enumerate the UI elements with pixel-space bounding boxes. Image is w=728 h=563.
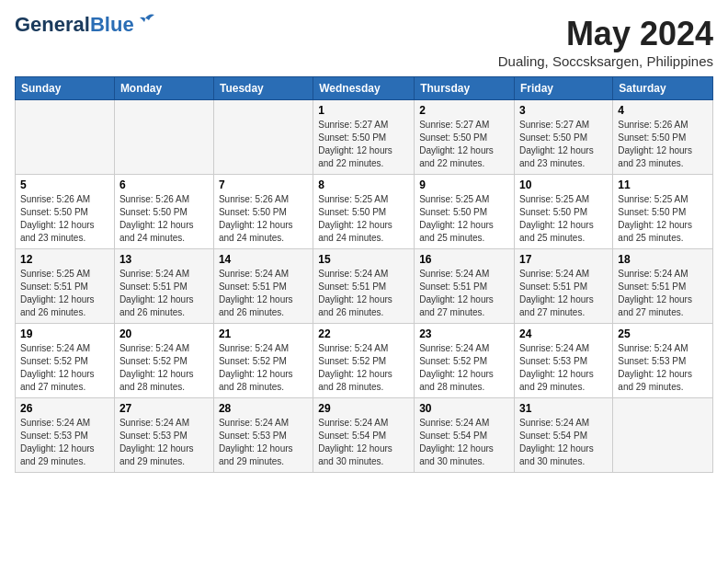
day-info: Sunrise: 5:24 AM Sunset: 5:51 PM Dayligh… (618, 268, 708, 319)
calendar-cell: 18Sunrise: 5:24 AM Sunset: 5:51 PM Dayli… (613, 249, 713, 324)
calendar-cell: 25Sunrise: 5:24 AM Sunset: 5:53 PM Dayli… (613, 324, 713, 398)
calendar-cell: 8Sunrise: 5:25 AM Sunset: 5:50 PM Daylig… (313, 175, 415, 249)
calendar-cell (16, 100, 115, 175)
day-number: 19 (20, 327, 109, 340)
day-number: 6 (119, 178, 209, 191)
bird-icon (136, 13, 156, 29)
calendar-cell: 11Sunrise: 5:25 AM Sunset: 5:50 PM Dayli… (613, 175, 713, 249)
day-number: 13 (119, 253, 209, 266)
calendar-cell: 22Sunrise: 5:24 AM Sunset: 5:52 PM Dayli… (313, 324, 415, 398)
logo: GeneralBlue (15, 15, 156, 35)
calendar-cell: 27Sunrise: 5:24 AM Sunset: 5:53 PM Dayli… (114, 398, 213, 473)
day-info: Sunrise: 5:24 AM Sunset: 5:52 PM Dayligh… (318, 342, 409, 394)
day-header-friday: Friday (515, 77, 613, 100)
calendar-week-row: 12Sunrise: 5:25 AM Sunset: 5:51 PM Dayli… (16, 249, 713, 324)
day-info: Sunrise: 5:24 AM Sunset: 5:51 PM Dayligh… (318, 268, 409, 319)
calendar-cell: 31Sunrise: 5:24 AM Sunset: 5:54 PM Dayli… (515, 398, 613, 473)
day-info: Sunrise: 5:25 AM Sunset: 5:50 PM Dayligh… (419, 193, 509, 245)
calendar-cell: 9Sunrise: 5:25 AM Sunset: 5:50 PM Daylig… (415, 175, 515, 249)
calendar-cell: 19Sunrise: 5:24 AM Sunset: 5:52 PM Dayli… (16, 324, 115, 398)
calendar-cell (213, 100, 313, 175)
day-info: Sunrise: 5:24 AM Sunset: 5:51 PM Dayligh… (119, 268, 209, 319)
calendar-cell: 7Sunrise: 5:26 AM Sunset: 5:50 PM Daylig… (213, 175, 313, 249)
day-number: 5 (20, 178, 109, 191)
day-number: 1 (318, 104, 409, 117)
day-number: 24 (519, 327, 608, 340)
day-info: Sunrise: 5:26 AM Sunset: 5:50 PM Dayligh… (119, 193, 209, 245)
calendar-week-row: 5Sunrise: 5:26 AM Sunset: 5:50 PM Daylig… (16, 175, 713, 249)
day-info: Sunrise: 5:24 AM Sunset: 5:52 PM Dayligh… (219, 342, 308, 394)
day-number: 18 (618, 253, 708, 266)
day-info: Sunrise: 5:26 AM Sunset: 5:50 PM Dayligh… (20, 193, 109, 245)
day-number: 29 (318, 402, 409, 415)
day-info: Sunrise: 5:27 AM Sunset: 5:50 PM Dayligh… (519, 119, 608, 170)
day-number: 25 (618, 327, 708, 340)
calendar-week-row: 1Sunrise: 5:27 AM Sunset: 5:50 PM Daylig… (16, 100, 713, 175)
calendar-cell: 12Sunrise: 5:25 AM Sunset: 5:51 PM Dayli… (16, 249, 115, 324)
calendar-cell: 23Sunrise: 5:24 AM Sunset: 5:52 PM Dayli… (415, 324, 515, 398)
day-header-saturday: Saturday (613, 77, 713, 100)
day-number: 16 (419, 253, 509, 266)
calendar-cell: 24Sunrise: 5:24 AM Sunset: 5:53 PM Dayli… (515, 324, 613, 398)
calendar-cell (613, 398, 713, 473)
calendar-cell: 13Sunrise: 5:24 AM Sunset: 5:51 PM Dayli… (114, 249, 213, 324)
calendar-cell: 4Sunrise: 5:26 AM Sunset: 5:50 PM Daylig… (613, 100, 713, 175)
calendar-cell: 29Sunrise: 5:24 AM Sunset: 5:54 PM Dayli… (313, 398, 415, 473)
calendar-week-row: 26Sunrise: 5:24 AM Sunset: 5:53 PM Dayli… (16, 398, 713, 473)
day-number: 22 (318, 327, 409, 340)
day-info: Sunrise: 5:24 AM Sunset: 5:52 PM Dayligh… (20, 342, 109, 394)
day-info: Sunrise: 5:26 AM Sunset: 5:50 PM Dayligh… (618, 119, 708, 170)
calendar-cell: 15Sunrise: 5:24 AM Sunset: 5:51 PM Dayli… (313, 249, 415, 324)
day-number: 4 (618, 104, 708, 117)
calendar-cell: 10Sunrise: 5:25 AM Sunset: 5:50 PM Dayli… (515, 175, 613, 249)
day-info: Sunrise: 5:27 AM Sunset: 5:50 PM Dayligh… (419, 119, 509, 170)
day-info: Sunrise: 5:24 AM Sunset: 5:54 PM Dayligh… (318, 417, 409, 468)
day-number: 21 (219, 327, 308, 340)
calendar-cell: 14Sunrise: 5:24 AM Sunset: 5:51 PM Dayli… (213, 249, 313, 324)
day-header-wednesday: Wednesday (313, 77, 415, 100)
day-info: Sunrise: 5:24 AM Sunset: 5:53 PM Dayligh… (618, 342, 708, 394)
day-info: Sunrise: 5:25 AM Sunset: 5:51 PM Dayligh… (20, 268, 109, 319)
calendar-cell: 17Sunrise: 5:24 AM Sunset: 5:51 PM Dayli… (515, 249, 613, 324)
day-info: Sunrise: 5:24 AM Sunset: 5:53 PM Dayligh… (119, 417, 209, 468)
calendar-table: SundayMondayTuesdayWednesdayThursdayFrid… (15, 76, 713, 473)
logo-text: GeneralBlue (15, 15, 134, 35)
day-info: Sunrise: 5:24 AM Sunset: 5:52 PM Dayligh… (119, 342, 209, 394)
main-title: May 2024 (498, 15, 713, 53)
day-number: 20 (119, 327, 209, 340)
day-info: Sunrise: 5:26 AM Sunset: 5:50 PM Dayligh… (219, 193, 308, 245)
day-header-tuesday: Tuesday (213, 77, 313, 100)
day-number: 8 (318, 178, 409, 191)
day-header-thursday: Thursday (415, 77, 515, 100)
day-info: Sunrise: 5:24 AM Sunset: 5:52 PM Dayligh… (419, 342, 509, 394)
day-number: 31 (519, 402, 608, 415)
calendar-cell: 1Sunrise: 5:27 AM Sunset: 5:50 PM Daylig… (313, 100, 415, 175)
day-header-monday: Monday (114, 77, 213, 100)
day-info: Sunrise: 5:24 AM Sunset: 5:54 PM Dayligh… (419, 417, 509, 468)
calendar-cell: 6Sunrise: 5:26 AM Sunset: 5:50 PM Daylig… (114, 175, 213, 249)
title-block: May 2024 Dualing, Soccsksargen, Philippi… (498, 15, 713, 69)
calendar-cell: 5Sunrise: 5:26 AM Sunset: 5:50 PM Daylig… (16, 175, 115, 249)
day-info: Sunrise: 5:24 AM Sunset: 5:51 PM Dayligh… (419, 268, 509, 319)
day-number: 26 (20, 402, 109, 415)
day-info: Sunrise: 5:24 AM Sunset: 5:53 PM Dayligh… (219, 417, 308, 468)
subtitle: Dualing, Soccsksargen, Philippines (498, 53, 713, 69)
day-number: 15 (318, 253, 409, 266)
day-info: Sunrise: 5:24 AM Sunset: 5:53 PM Dayligh… (20, 417, 109, 468)
day-number: 9 (419, 178, 509, 191)
day-info: Sunrise: 5:25 AM Sunset: 5:50 PM Dayligh… (318, 193, 409, 245)
day-number: 28 (219, 402, 308, 415)
day-number: 30 (419, 402, 509, 415)
day-info: Sunrise: 5:24 AM Sunset: 5:53 PM Dayligh… (519, 342, 608, 394)
calendar-header-row: SundayMondayTuesdayWednesdayThursdayFrid… (16, 77, 713, 100)
day-info: Sunrise: 5:24 AM Sunset: 5:54 PM Dayligh… (519, 417, 608, 468)
day-header-sunday: Sunday (16, 77, 115, 100)
day-number: 17 (519, 253, 608, 266)
day-info: Sunrise: 5:25 AM Sunset: 5:50 PM Dayligh… (519, 193, 608, 245)
day-number: 7 (219, 178, 308, 191)
calendar-cell: 30Sunrise: 5:24 AM Sunset: 5:54 PM Dayli… (415, 398, 515, 473)
calendar-cell (114, 100, 213, 175)
day-number: 23 (419, 327, 509, 340)
calendar-cell: 26Sunrise: 5:24 AM Sunset: 5:53 PM Dayli… (16, 398, 115, 473)
calendar-cell: 28Sunrise: 5:24 AM Sunset: 5:53 PM Dayli… (213, 398, 313, 473)
